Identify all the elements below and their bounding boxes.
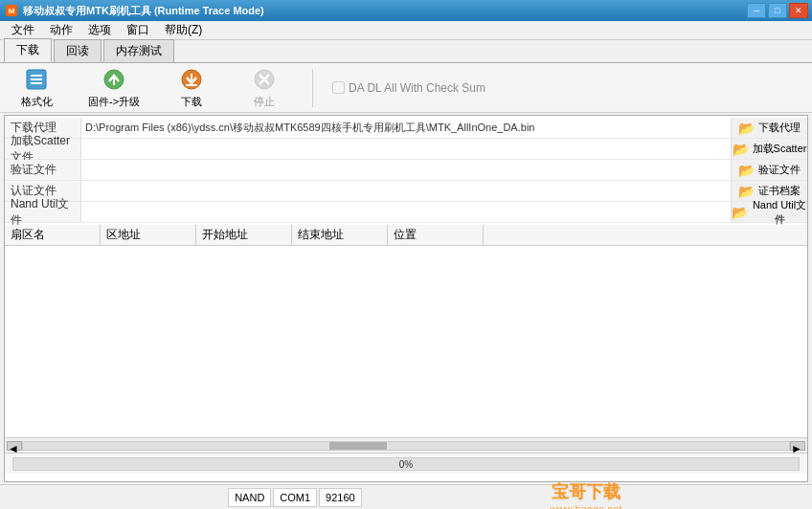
input-da[interactable] <box>81 118 731 138</box>
label-verify: 验证文件 <box>5 160 81 180</box>
upgrade-icon <box>101 66 127 93</box>
status-nand: NAND <box>228 488 271 507</box>
menu-window[interactable]: 窗口 <box>119 20 157 40</box>
form-area: 下载代理 📂 下载代理 加载Scatter文件 📂 加载Scatter 验证文件 <box>5 116 807 225</box>
maximize-button[interactable]: □ <box>768 3 787 18</box>
btn-auth-label: 证书档案 <box>758 184 801 198</box>
form-row-scatter: 加载Scatter文件 📂 加载Scatter <box>5 139 807 160</box>
btn-da-label: 下载代理 <box>758 121 801 135</box>
stop-label: 停止 <box>254 95 275 109</box>
format-button[interactable]: 格式化 <box>8 62 65 113</box>
progress-area: 0% <box>5 453 807 474</box>
btn-verify-label: 验证文件 <box>758 163 801 177</box>
form-row-nand: Nand Util文件 📂 Nand Util文件 <box>5 202 807 223</box>
svg-text:M: M <box>9 7 15 15</box>
folder-icon-scatter: 📂 <box>733 142 749 157</box>
input-verify[interactable] <box>81 160 731 180</box>
btn-scatter-label: 加载Scatter <box>753 142 807 156</box>
toolbar-separator <box>312 69 313 107</box>
input-auth[interactable] <box>81 181 731 201</box>
horizontal-scrollbar[interactable]: ◄ ► <box>5 437 807 453</box>
progress-label: 0% <box>399 458 413 469</box>
th-start: 开始地址 <box>196 225 292 245</box>
th-end: 结束地址 <box>292 225 388 245</box>
window-title: 移动叔叔专用MTK刷机工具 (Runtime Trace Mode) <box>23 4 747 18</box>
tab-bar: 下载 回读 内存测试 <box>0 40 812 63</box>
stop-icon <box>251 66 278 93</box>
table-body <box>5 246 807 437</box>
input-nand[interactable] <box>81 202 731 222</box>
title-bar: M 移动叔叔专用MTK刷机工具 (Runtime Trace Mode) ─ □… <box>0 0 812 21</box>
th-sector: 扇区名 <box>5 225 101 245</box>
form-row-auth: 认证文件 📂 证书档案 <box>5 181 807 202</box>
download-button[interactable]: 下载 <box>163 62 220 113</box>
stop-button[interactable]: 停止 <box>236 62 293 113</box>
menu-action[interactable]: 动作 <box>42 20 80 40</box>
label-nand: Nand Util文件 <box>5 202 81 222</box>
menu-options[interactable]: 选项 <box>80 20 119 40</box>
checksum-area[interactable]: DA DL All With Check Sum <box>332 81 485 95</box>
app-icon: M <box>4 3 19 18</box>
download-label: 下载 <box>181 95 202 109</box>
format-icon <box>23 66 50 93</box>
hscroll-thumb[interactable] <box>329 442 387 450</box>
main-panel: 下载代理 📂 下载代理 加载Scatter文件 📂 加载Scatter 验证文件 <box>4 115 808 482</box>
tab-memtest[interactable]: 内存测试 <box>103 39 174 62</box>
upgrade-label: 固件->升级 <box>88 95 140 109</box>
menu-help[interactable]: 帮助(Z) <box>157 20 210 40</box>
download-icon <box>178 66 205 93</box>
btn-verify[interactable]: 📂 验证文件 <box>731 160 807 180</box>
menu-file[interactable]: 文件 <box>4 20 42 40</box>
menu-bar: 文件 动作 选项 窗口 帮助(Z) <box>0 21 812 40</box>
hscroll-left-btn[interactable]: ◄ <box>7 441 22 451</box>
tab-download[interactable]: 下载 <box>4 38 52 62</box>
toolbar: 格式化 固件->升级 下载 <box>0 63 812 113</box>
close-button[interactable]: ✕ <box>789 3 808 18</box>
form-row-verify: 验证文件 📂 验证文件 <box>5 160 807 181</box>
hscroll-right-btn[interactable]: ► <box>790 441 805 451</box>
progress-bar-container: 0% <box>12 457 800 471</box>
btn-da[interactable]: 📂 下载代理 <box>731 118 807 138</box>
status-bar: NAND COM1 92160 宝哥下载 www.baoge.net <box>0 484 812 509</box>
form-row-da: 下载代理 📂 下载代理 <box>5 118 807 139</box>
folder-icon-verify: 📂 <box>738 163 755 178</box>
folder-icon-nand: 📂 <box>732 205 748 220</box>
btn-nand[interactable]: 📂 Nand Util文件 <box>731 202 807 222</box>
checksum-checkbox[interactable] <box>332 81 345 94</box>
minimize-button[interactable]: ─ <box>747 3 766 18</box>
table-header: 扇区名 区地址 开始地址 结束地址 位置 <box>5 225 807 246</box>
upgrade-button[interactable]: 固件->升级 <box>80 62 147 113</box>
status-speed: 92160 <box>319 488 362 507</box>
btn-nand-label: Nand Util文件 <box>752 198 807 227</box>
folder-icon-da: 📂 <box>738 121 755 136</box>
status-com: COM1 <box>273 488 317 507</box>
th-pos: 位置 <box>388 225 484 245</box>
format-label: 格式化 <box>21 95 53 109</box>
folder-icon-auth: 📂 <box>738 184 755 199</box>
watermark-line1: 宝哥下载 <box>552 480 620 503</box>
window-controls[interactable]: ─ □ ✕ <box>747 3 808 18</box>
tab-readback[interactable]: 回读 <box>54 39 102 62</box>
btn-scatter[interactable]: 📂 加载Scatter <box>731 139 807 159</box>
th-addr: 区地址 <box>101 225 196 245</box>
hscroll-track[interactable] <box>22 441 790 451</box>
label-scatter: 加载Scatter文件 <box>5 139 81 159</box>
watermark-line2: www.baoge.net <box>550 503 621 510</box>
input-scatter[interactable] <box>81 139 731 159</box>
checksum-label: DA DL All With Check Sum <box>349 81 485 95</box>
